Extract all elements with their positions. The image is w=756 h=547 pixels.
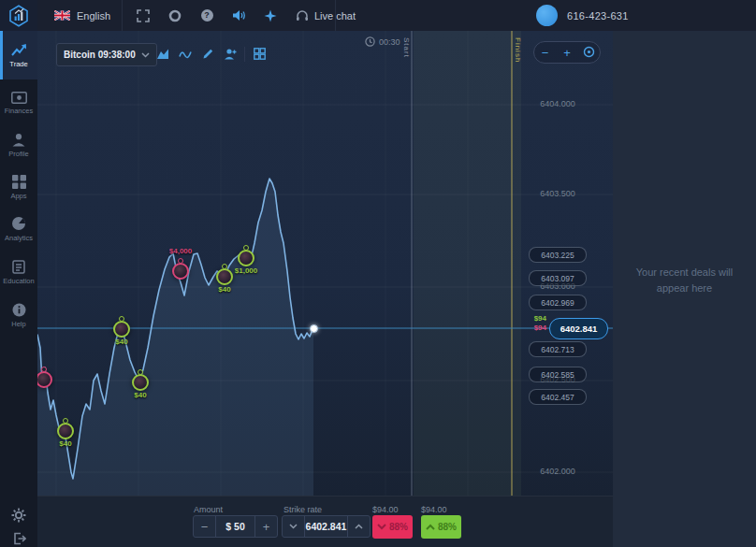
- price-area-fill: [37, 179, 313, 496]
- sidebar-item-label: Education: [3, 277, 34, 285]
- sidebar-item-label: Analytics: [5, 234, 33, 242]
- chart-type-button[interactable]: [152, 43, 174, 65]
- amount-input[interactable]: $ 50: [215, 516, 255, 537]
- strike-rate-input[interactable]: 6402.841: [304, 516, 348, 537]
- crosshair-icon: [583, 46, 595, 58]
- toolbar-divider: [244, 47, 245, 62]
- sidebar-item-label: Help: [11, 320, 25, 328]
- headset-icon: [296, 9, 309, 22]
- strike-level-pill: 6402.713: [529, 341, 587, 357]
- trend-up-icon: [11, 43, 27, 57]
- amount-stepper: − $ 50 +: [193, 515, 278, 538]
- recent-deals-empty-text: Your recent deals will appear here: [626, 265, 743, 295]
- volume-icon: [232, 9, 246, 22]
- asset-selector-label: Bitcoin 09:38:00: [64, 50, 136, 60]
- asset-selector[interactable]: Bitcoin 09:38:00: [56, 43, 157, 66]
- gear-icon: [11, 508, 26, 523]
- marker-knob: [41, 367, 47, 372]
- deal-marker-up[interactable]: $1,000: [238, 250, 254, 266]
- strike-level-pill: 6402.969: [529, 295, 587, 310]
- chevron-down-icon: [289, 524, 298, 529]
- target-icon: [168, 9, 182, 22]
- deal-marker-up[interactable]: $40: [132, 374, 149, 391]
- topbar-divider: [335, 0, 336, 31]
- chevron-up-icon: [355, 524, 363, 529]
- deal-amount-label: $40: [218, 285, 230, 294]
- multi-chart-button[interactable]: [248, 43, 270, 65]
- bet-up-button[interactable]: 88%: [421, 515, 461, 539]
- drawing-tools-button[interactable]: [196, 43, 219, 65]
- sidebar-item-help[interactable]: Help: [0, 294, 37, 337]
- live-chat-button[interactable]: Live chat: [286, 0, 365, 31]
- price-chart-canvas[interactable]: [37, 31, 613, 496]
- sidebar-item-profile[interactable]: Profile: [0, 123, 37, 166]
- bet-down-percent: 88%: [389, 522, 408, 532]
- app-logo[interactable]: [0, 0, 37, 31]
- sidebar-item-label: Apps: [10, 192, 26, 200]
- auto-scroll-button[interactable]: [579, 46, 598, 60]
- sound-button[interactable]: [223, 0, 254, 31]
- trade-controls-bar: Amount − $ 50 + Strike rate 6402.841 $94…: [37, 496, 613, 547]
- deal-amount-label: $40: [115, 338, 127, 346]
- deal-marker-up[interactable]: $40: [57, 423, 74, 439]
- top-bar: English ?: [0, 0, 756, 31]
- amount-decrease-button[interactable]: −: [194, 516, 215, 537]
- line-style-button[interactable]: [174, 43, 196, 65]
- traders-mood-button[interactable]: [219, 43, 241, 65]
- chart-toolbar: [152, 43, 270, 65]
- countdown-value: 00:30: [379, 37, 400, 47]
- sidebar-item-apps[interactable]: Apps: [0, 166, 37, 209]
- person-icon: [11, 133, 26, 147]
- settings-button[interactable]: [0, 508, 37, 523]
- sidebar-item-analytics[interactable]: Analytics: [0, 208, 37, 251]
- vip-button[interactable]: [254, 0, 286, 31]
- marker-knob: [119, 316, 124, 322]
- strike-up-button[interactable]: [348, 516, 370, 537]
- price-axis-label: 6402.000: [529, 467, 587, 476]
- deal-amount-label: $4,000: [169, 247, 192, 255]
- zoom-out-button[interactable]: −: [536, 47, 555, 59]
- wallet-icon: [11, 92, 27, 104]
- fullscreen-button[interactable]: [127, 0, 159, 31]
- price-axis-label: 6404.000: [529, 99, 587, 108]
- grid-icon: [12, 175, 26, 189]
- down-payout-label: $94.00: [372, 505, 399, 514]
- tournaments-button[interactable]: [159, 0, 191, 31]
- current-price-dot: [310, 324, 318, 333]
- zoom-in-button[interactable]: +: [558, 47, 576, 59]
- sidebar-item-finances[interactable]: Finances: [0, 81, 37, 124]
- squiggle-line-icon: [179, 49, 192, 60]
- sidebar-item-label: Profile: [8, 150, 28, 158]
- topbar-divider: [122, 0, 123, 31]
- logo-hexagon-icon: [7, 5, 30, 27]
- sidebar-item-education[interactable]: Education: [0, 251, 37, 294]
- logout-button[interactable]: [0, 532, 37, 545]
- help-button[interactable]: ?: [191, 0, 223, 31]
- deal-amount-label: $40: [134, 391, 146, 399]
- strike-down-button[interactable]: [283, 516, 304, 537]
- question-icon: ?: [201, 9, 213, 22]
- uk-flag-icon: [54, 10, 70, 21]
- amount-increase-button[interactable]: +: [255, 516, 277, 537]
- purchase-countdown: 00:30: [365, 36, 400, 47]
- sidebar-item-trade[interactable]: Trade: [0, 31, 37, 79]
- pie-chart-icon: [11, 216, 26, 231]
- price-axis-label: 6403.500: [529, 189, 587, 198]
- finish-line-label: Finish: [514, 37, 522, 63]
- language-selector[interactable]: English: [54, 0, 110, 31]
- payout-down-tag: $94: [518, 324, 546, 332]
- bet-down-button[interactable]: 88%: [372, 515, 413, 539]
- deal-marker-up[interactable]: $40: [113, 321, 130, 338]
- marker-knob: [63, 418, 68, 424]
- deal-marker-down[interactable]: $4,000: [172, 263, 189, 280]
- left-sidebar: Trade Finances Profile Apps: [0, 31, 37, 547]
- recent-deals-panel: Your recent deals will appear here: [613, 31, 756, 547]
- gem-icon: [264, 9, 277, 22]
- start-line-label: Start: [402, 37, 411, 58]
- deal-amount-label: $40: [59, 439, 71, 448]
- zoom-controls: − +: [533, 41, 601, 64]
- account-menu[interactable]: 616-423-631: [536, 0, 629, 31]
- fullscreen-icon: [137, 9, 150, 22]
- sidebar-item-label: Trade: [9, 60, 27, 68]
- deal-marker-up[interactable]: $40: [216, 268, 233, 285]
